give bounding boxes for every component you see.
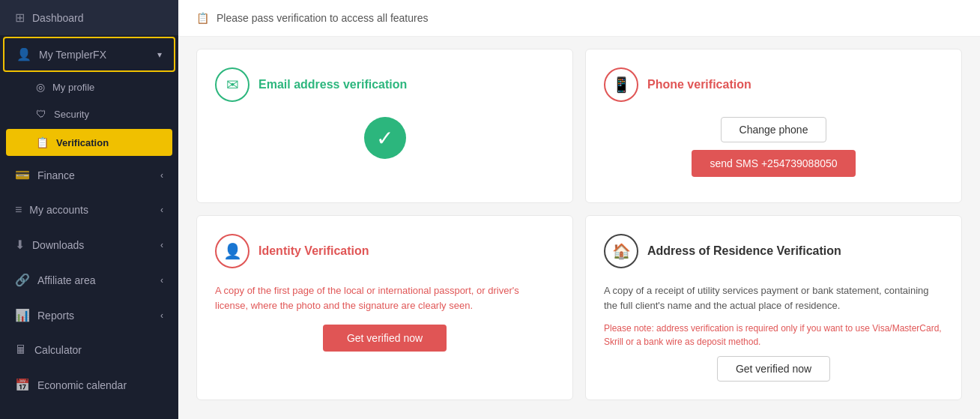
card-header: 🏠 Address of Residence Verification	[604, 234, 943, 268]
sidebar-item-label: My accounts	[29, 204, 88, 216]
address-description: A copy of a receipt of utility services …	[604, 283, 943, 313]
checkmark-icon: ✓	[376, 126, 393, 151]
sidebar-sub-item-label: Verification	[56, 137, 109, 148]
sidebar-item-reports[interactable]: 📊 Reports ‹	[0, 298, 178, 333]
top-notice-bar: 📋 Please pass verification to access all…	[178, 0, 980, 37]
accounts-icon: ≡	[15, 203, 22, 217]
main-content: 📋 Please pass verification to access all…	[178, 0, 980, 419]
sidebar-item-calculator[interactable]: 🖩 Calculator	[0, 333, 178, 367]
sidebar-item-finance[interactable]: 💳 Finance ‹	[0, 157, 178, 193]
phone-verification-title: Phone verification	[647, 78, 751, 91]
sidebar-item-label: Reports	[37, 310, 74, 322]
sidebar-item-my-templerfx[interactable]: 👤 My TemplerFX ▾	[3, 37, 175, 72]
identity-icon-circle: 👤	[215, 234, 249, 268]
card-header: 📱 Phone verification	[604, 67, 943, 102]
reports-icon: 📊	[15, 308, 30, 322]
address-note: Please note: address verification is req…	[604, 322, 943, 349]
sidebar-sub-item-label: My profile	[52, 82, 94, 93]
chevron-icon: ‹	[160, 205, 163, 215]
sidebar: ⊞ Dashboard 👤 My TemplerFX ▾ ◎ My profil…	[0, 0, 178, 419]
sidebar-sub-item-label: Security	[54, 109, 89, 120]
dashboard-icon: ⊞	[15, 10, 25, 25]
identity-get-verified-button[interactable]: Get verified now	[323, 325, 447, 352]
email-verification-card: ✉ Email address verification ✓	[196, 49, 573, 203]
house-icon: 🏠	[612, 242, 631, 260]
sidebar-item-dashboard[interactable]: ⊞ Dashboard	[0, 0, 178, 35]
verification-icon: 📋	[36, 136, 49, 148]
identity-description: A copy of the first page of the local or…	[215, 283, 554, 313]
notice-text: Please pass verification to access all f…	[217, 12, 428, 24]
sidebar-item-my-accounts[interactable]: ≡ My accounts ‹	[0, 193, 178, 227]
sidebar-sub-item-my-profile[interactable]: ◎ My profile	[0, 73, 178, 100]
send-sms-button[interactable]: send SMS +254739088050	[692, 150, 855, 177]
change-phone-button[interactable]: Change phone	[721, 117, 827, 142]
calendar-icon: 📅	[15, 378, 30, 392]
phone-icon: 📱	[612, 76, 631, 94]
affiliate-icon: 🔗	[15, 273, 30, 287]
email-icon-circle: ✉	[215, 67, 249, 102]
address-verification-card: 🏠 Address of Residence Verification A co…	[585, 215, 962, 400]
address-verification-title: Address of Residence Verification	[647, 244, 841, 258]
sidebar-item-label: Downloads	[32, 239, 84, 251]
check-circle: ✓	[364, 117, 406, 159]
chevron-icon: ‹	[160, 275, 163, 286]
phone-icon-circle: 📱	[604, 67, 638, 102]
finance-icon: 💳	[15, 168, 30, 182]
notice-icon: 📋	[196, 12, 209, 24]
sidebar-item-label: Calculator	[34, 344, 82, 356]
sidebar-item-label: Finance	[37, 169, 75, 181]
address-get-verified-button[interactable]: Get verified now	[717, 356, 830, 382]
sidebar-item-label: Affiliate area	[37, 274, 96, 286]
phone-body: Change phone send SMS +254739088050	[604, 117, 943, 177]
sidebar-item-label: Dashboard	[32, 12, 84, 24]
sidebar-item-economic-calendar[interactable]: 📅 Economic calendar	[0, 367, 178, 403]
calculator-icon: 🖩	[15, 343, 27, 357]
email-verification-title: Email address verification	[258, 78, 407, 91]
sidebar-item-affiliate[interactable]: 🔗 Affiliate area ‹	[0, 262, 178, 298]
card-header: ✉ Email address verification	[215, 67, 554, 102]
address-icon-circle: 🏠	[604, 234, 638, 268]
downloads-icon: ⬇	[15, 238, 25, 252]
sidebar-item-label: My TemplerFX	[39, 49, 106, 61]
email-verified-body: ✓	[215, 117, 554, 159]
sidebar-item-downloads[interactable]: ⬇ Downloads ‹	[0, 227, 178, 262]
card-header: 👤 Identity Verification	[215, 234, 554, 268]
sidebar-sub-item-security[interactable]: 🛡 Security	[0, 100, 178, 127]
shield-icon: 🛡	[36, 108, 46, 120]
address-body: A copy of a receipt of utility services …	[604, 283, 943, 382]
chevron-down-icon: ▾	[157, 49, 162, 60]
identity-body: A copy of the first page of the local or…	[215, 283, 554, 352]
verification-cards-grid: ✉ Email address verification ✓ 📱 Phone v…	[178, 37, 980, 412]
sidebar-sub-item-verification[interactable]: 📋 Verification	[6, 129, 172, 156]
phone-verification-card: 📱 Phone verification Change phone send S…	[585, 49, 962, 203]
identity-verification-card: 👤 Identity Verification A copy of the fi…	[196, 215, 573, 400]
envelope-icon: ✉	[226, 76, 239, 94]
identity-verification-title: Identity Verification	[258, 244, 369, 258]
chevron-icon: ‹	[160, 240, 163, 250]
chevron-icon: ‹	[160, 310, 163, 321]
person-icon: 👤	[223, 242, 242, 260]
sidebar-item-label: Economic calendar	[37, 379, 127, 391]
profile-icon: ◎	[36, 81, 45, 93]
user-icon: 👤	[16, 47, 31, 61]
chevron-icon: ‹	[160, 170, 163, 181]
